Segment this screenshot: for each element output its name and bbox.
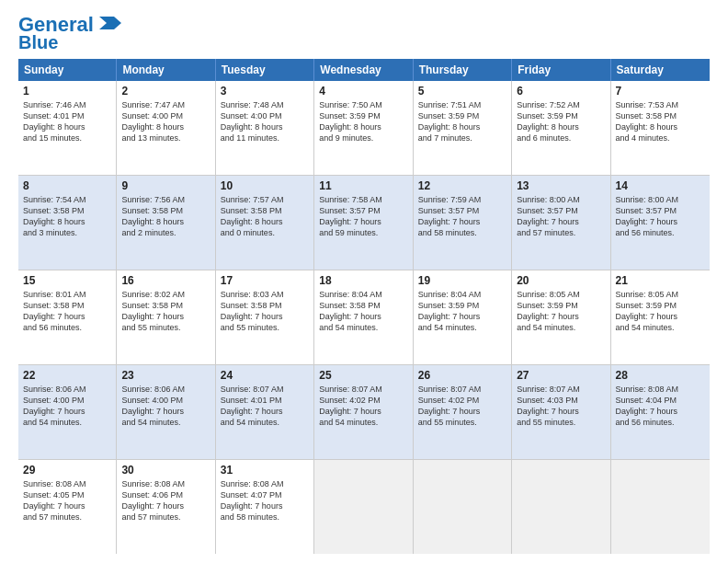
- day-number: 16: [121, 274, 210, 287]
- day-number: 6: [517, 85, 605, 98]
- calendar-row-2: 15Sunrise: 8:01 AMSunset: 3:58 PMDayligh…: [18, 270, 710, 365]
- day-number: 15: [23, 274, 111, 287]
- cell-info: Sunrise: 8:06 AMSunset: 4:00 PMDaylight:…: [121, 384, 210, 429]
- cell-info: Sunrise: 7:58 AMSunset: 3:57 PMDaylight:…: [319, 194, 407, 239]
- day-cell-16: 16Sunrise: 8:02 AMSunset: 3:58 PMDayligh…: [117, 270, 215, 364]
- calendar-row-0: 1Sunrise: 7:46 AMSunset: 4:01 PMDaylight…: [18, 81, 710, 176]
- svg-marker-0: [99, 17, 121, 29]
- cell-info: Sunrise: 8:03 AMSunset: 3:58 PMDaylight:…: [221, 289, 309, 334]
- cell-info: Sunrise: 8:00 AMSunset: 3:57 PMDaylight:…: [616, 194, 705, 239]
- day-cell-7: 7Sunrise: 7:53 AMSunset: 3:58 PMDaylight…: [611, 81, 710, 175]
- day-number: 10: [221, 179, 309, 192]
- cell-info: Sunrise: 7:52 AMSunset: 3:59 PMDaylight:…: [517, 99, 605, 144]
- calendar: SundayMondayTuesdayWednesdayThursdayFrid…: [18, 59, 710, 554]
- day-number: 27: [517, 369, 605, 382]
- day-cell-12: 12Sunrise: 7:59 AMSunset: 3:57 PMDayligh…: [414, 176, 512, 270]
- day-cell-15: 15Sunrise: 8:01 AMSunset: 3:58 PMDayligh…: [18, 270, 117, 364]
- day-cell-14: 14Sunrise: 8:00 AMSunset: 3:57 PMDayligh…: [611, 176, 710, 270]
- cell-info: Sunrise: 7:51 AMSunset: 3:59 PMDaylight:…: [418, 99, 506, 144]
- cell-info: Sunrise: 8:04 AMSunset: 3:59 PMDaylight:…: [418, 289, 506, 334]
- calendar-row-4: 29Sunrise: 8:08 AMSunset: 4:05 PMDayligh…: [18, 460, 710, 554]
- day-number: 13: [517, 179, 605, 192]
- weekday-header-wednesday: Wednesday: [314, 59, 413, 81]
- day-number: 29: [23, 464, 111, 477]
- day-cell-10: 10Sunrise: 7:57 AMSunset: 3:58 PMDayligh…: [216, 176, 314, 270]
- day-number: 22: [23, 369, 111, 382]
- weekday-header-saturday: Saturday: [611, 59, 710, 81]
- weekday-header-tuesday: Tuesday: [216, 59, 314, 81]
- weekday-header-thursday: Thursday: [414, 59, 512, 81]
- day-cell-22: 22Sunrise: 8:06 AMSunset: 4:00 PMDayligh…: [18, 365, 117, 459]
- day-cell-28: 28Sunrise: 8:08 AMSunset: 4:04 PMDayligh…: [611, 365, 710, 459]
- page: General Blue SundayMondayTuesdayWednesda…: [0, 0, 728, 563]
- header: General Blue: [18, 15, 710, 52]
- calendar-row-3: 22Sunrise: 8:06 AMSunset: 4:00 PMDayligh…: [18, 365, 710, 460]
- cell-info: Sunrise: 8:04 AMSunset: 3:58 PMDaylight:…: [319, 289, 407, 334]
- day-cell-30: 30Sunrise: 8:08 AMSunset: 4:06 PMDayligh…: [117, 460, 215, 554]
- day-cell-6: 6Sunrise: 7:52 AMSunset: 3:59 PMDaylight…: [512, 81, 610, 175]
- weekday-header-sunday: Sunday: [18, 59, 117, 81]
- cell-info: Sunrise: 8:01 AMSunset: 3:58 PMDaylight:…: [23, 289, 111, 334]
- day-cell-27: 27Sunrise: 8:07 AMSunset: 4:03 PMDayligh…: [512, 365, 610, 459]
- day-cell-31: 31Sunrise: 8:08 AMSunset: 4:07 PMDayligh…: [216, 460, 314, 554]
- cell-info: Sunrise: 7:57 AMSunset: 3:58 PMDaylight:…: [221, 194, 309, 239]
- day-cell-23: 23Sunrise: 8:06 AMSunset: 4:00 PMDayligh…: [117, 365, 215, 459]
- day-cell-29: 29Sunrise: 8:08 AMSunset: 4:05 PMDayligh…: [18, 460, 117, 554]
- day-cell-24: 24Sunrise: 8:07 AMSunset: 4:01 PMDayligh…: [216, 365, 314, 459]
- day-number: 21: [616, 274, 705, 287]
- day-number: 5: [418, 85, 506, 98]
- day-cell-1: 1Sunrise: 7:46 AMSunset: 4:01 PMDaylight…: [18, 81, 117, 175]
- day-number: 26: [418, 369, 506, 382]
- day-cell-13: 13Sunrise: 8:00 AMSunset: 3:57 PMDayligh…: [512, 176, 610, 270]
- cell-info: Sunrise: 7:56 AMSunset: 3:58 PMDaylight:…: [121, 194, 210, 239]
- cell-info: Sunrise: 7:46 AMSunset: 4:01 PMDaylight:…: [23, 99, 111, 144]
- empty-cell-4-5: [512, 460, 610, 554]
- day-cell-18: 18Sunrise: 8:04 AMSunset: 3:58 PMDayligh…: [314, 270, 413, 364]
- day-cell-9: 9Sunrise: 7:56 AMSunset: 3:58 PMDaylight…: [117, 176, 215, 270]
- day-number: 8: [23, 179, 111, 192]
- day-cell-5: 5Sunrise: 7:51 AMSunset: 3:59 PMDaylight…: [414, 81, 512, 175]
- empty-cell-4-3: [314, 460, 413, 554]
- day-number: 19: [418, 274, 506, 287]
- day-cell-3: 3Sunrise: 7:48 AMSunset: 4:00 PMDaylight…: [216, 81, 314, 175]
- logo: General Blue: [18, 15, 121, 52]
- day-cell-17: 17Sunrise: 8:03 AMSunset: 3:58 PMDayligh…: [216, 270, 314, 364]
- day-number: 14: [616, 179, 705, 192]
- day-number: 24: [221, 369, 309, 382]
- logo-arrow-icon: [96, 13, 121, 33]
- day-number: 1: [23, 85, 111, 98]
- weekday-header-friday: Friday: [512, 59, 610, 81]
- cell-info: Sunrise: 8:02 AMSunset: 3:58 PMDaylight:…: [121, 289, 210, 334]
- day-number: 3: [221, 85, 309, 98]
- cell-info: Sunrise: 8:05 AMSunset: 3:59 PMDaylight:…: [517, 289, 605, 334]
- empty-cell-4-6: [611, 460, 710, 554]
- day-number: 23: [121, 369, 210, 382]
- weekday-header-monday: Monday: [117, 59, 215, 81]
- day-cell-2: 2Sunrise: 7:47 AMSunset: 4:00 PMDaylight…: [117, 81, 215, 175]
- logo-blue: Blue: [18, 33, 58, 52]
- day-cell-19: 19Sunrise: 8:04 AMSunset: 3:59 PMDayligh…: [414, 270, 512, 364]
- day-cell-25: 25Sunrise: 8:07 AMSunset: 4:02 PMDayligh…: [314, 365, 413, 459]
- empty-cell-4-4: [414, 460, 512, 554]
- calendar-header: SundayMondayTuesdayWednesdayThursdayFrid…: [18, 59, 710, 81]
- cell-info: Sunrise: 7:53 AMSunset: 3:58 PMDaylight:…: [616, 99, 705, 144]
- day-number: 4: [319, 85, 407, 98]
- cell-info: Sunrise: 8:08 AMSunset: 4:06 PMDaylight:…: [121, 478, 210, 523]
- day-number: 30: [121, 464, 210, 477]
- cell-info: Sunrise: 8:07 AMSunset: 4:02 PMDaylight:…: [418, 384, 506, 429]
- cell-info: Sunrise: 8:07 AMSunset: 4:03 PMDaylight:…: [517, 384, 605, 429]
- day-cell-4: 4Sunrise: 7:50 AMSunset: 3:59 PMDaylight…: [314, 81, 413, 175]
- cell-info: Sunrise: 8:07 AMSunset: 4:02 PMDaylight:…: [319, 384, 407, 429]
- day-number: 12: [418, 179, 506, 192]
- day-number: 7: [616, 85, 705, 98]
- day-number: 2: [121, 85, 210, 98]
- day-number: 9: [121, 179, 210, 192]
- cell-info: Sunrise: 8:05 AMSunset: 3:59 PMDaylight:…: [616, 289, 705, 334]
- day-number: 20: [517, 274, 605, 287]
- day-cell-20: 20Sunrise: 8:05 AMSunset: 3:59 PMDayligh…: [512, 270, 610, 364]
- day-cell-26: 26Sunrise: 8:07 AMSunset: 4:02 PMDayligh…: [414, 365, 512, 459]
- cell-info: Sunrise: 8:06 AMSunset: 4:00 PMDaylight:…: [23, 384, 111, 429]
- cell-info: Sunrise: 8:08 AMSunset: 4:07 PMDaylight:…: [221, 478, 309, 523]
- cell-info: Sunrise: 8:08 AMSunset: 4:04 PMDaylight:…: [616, 384, 705, 429]
- cell-info: Sunrise: 7:47 AMSunset: 4:00 PMDaylight:…: [121, 99, 210, 144]
